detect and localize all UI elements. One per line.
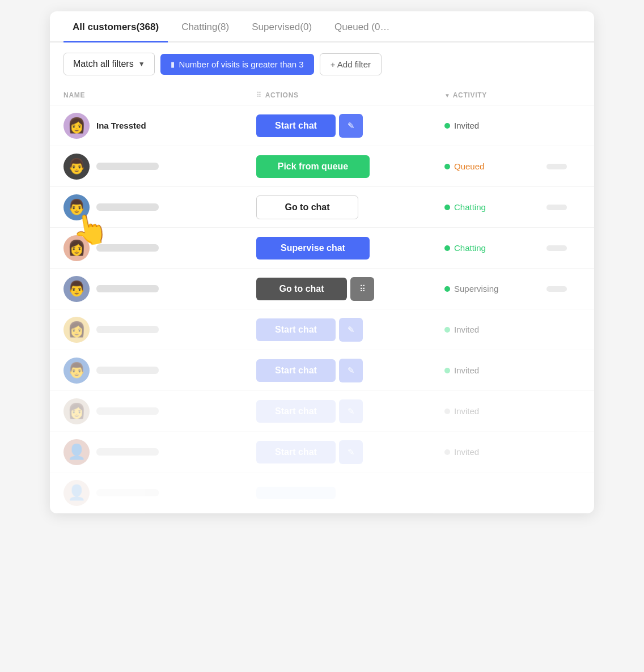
filter-chip-visits[interactable]: ▮ Number of visits is greater than 3 <box>160 54 314 75</box>
add-filter-button[interactable]: + Add filter <box>320 53 382 75</box>
extra-cell <box>546 286 575 292</box>
status-dot <box>444 205 450 210</box>
supervise-icon-button[interactable]: ⠿ <box>350 277 374 301</box>
name-placeholder <box>96 203 159 211</box>
col-header-name: NAME <box>63 91 256 99</box>
activity-cell: Invited <box>444 406 546 416</box>
start-chat-button[interactable]: Start chat <box>256 318 336 341</box>
action-cell: Start chat ✎ <box>256 318 444 342</box>
avatar: 👨 <box>63 154 90 180</box>
col-header-actions: ⠿ ACTIONS <box>256 91 444 99</box>
status-dot <box>444 123 450 129</box>
table-header: NAME ⠿ ACTIONS ▼ ACTIVITY <box>50 86 594 105</box>
go-to-chat-supervise-button[interactable]: Go to chat <box>256 278 347 300</box>
table-row: 👨 Go to chat Chatting <box>50 187 594 228</box>
edit-icon-button[interactable]: ✎ <box>339 318 363 342</box>
extra-cell <box>546 205 575 210</box>
avatar: 👤 <box>63 439 90 465</box>
tab-queued[interactable]: Queued (0… <box>325 11 399 42</box>
status-dot <box>444 409 450 414</box>
status-badge: Invited <box>454 365 479 375</box>
tab-bar: All customers(368) Chatting(8) Supervise… <box>50 11 594 42</box>
status-badge: Invited <box>454 325 479 334</box>
activity-cell: Queued <box>444 161 546 171</box>
name-placeholder <box>96 244 159 252</box>
avatar: 👩 <box>63 235 90 261</box>
table-row: 👩 Ina Tressted Start chat ✎ Invited <box>50 105 594 146</box>
action-cell: Start chat ✎ <box>256 440 444 464</box>
chevron-down-icon: ▼ <box>138 60 145 68</box>
name-placeholder <box>96 163 159 170</box>
activity-cell: Chatting <box>444 202 546 212</box>
start-chat-button[interactable]: Start chat <box>256 400 336 423</box>
avatar: 👩 <box>63 113 90 139</box>
status-badge: Supervising <box>454 284 498 294</box>
table-row: 👤 Start chat ✎ Invited <box>50 432 594 473</box>
tab-chatting[interactable]: Chatting(8) <box>172 11 238 42</box>
name-cell: 👩 <box>63 317 256 343</box>
start-chat-button[interactable]: Start chat <box>256 359 336 382</box>
pick-from-queue-button[interactable]: Pick from queue <box>256 155 370 178</box>
table-row: 👨 Pick from queue Queued <box>50 146 594 187</box>
tab-supervised[interactable]: Supervised(0) <box>243 11 321 42</box>
edit-icon-button[interactable]: ✎ <box>339 114 363 138</box>
activity-cell: Supervising <box>444 284 546 294</box>
edit-icon-button[interactable]: ✎ <box>339 440 363 464</box>
name-cell: 👩 <box>63 235 256 261</box>
match-all-filters-dropdown[interactable]: Match all filters ▼ <box>63 53 155 75</box>
name-cell: 👨 <box>63 358 256 384</box>
name-cell: 👤 <box>63 439 256 465</box>
start-chat-button[interactable]: Start chat <box>256 114 336 137</box>
action-cell: Pick from queue <box>256 155 444 178</box>
start-chat-button[interactable]: Start chat <box>256 441 336 463</box>
bar-chart-icon: ▮ <box>171 60 175 69</box>
status-badge: Invited <box>454 447 479 457</box>
tab-all-customers[interactable]: All customers(368) <box>63 11 168 42</box>
status-dot <box>444 286 450 292</box>
activity-cell: Invited <box>444 365 546 375</box>
status-badge: Invited <box>454 121 479 130</box>
name-placeholder <box>96 448 159 456</box>
table-row: 👤 <box>50 473 594 513</box>
name-cell: 👤 <box>63 480 256 506</box>
name-cell: 👨 <box>63 154 256 180</box>
go-to-chat-button[interactable]: Go to chat <box>256 195 358 219</box>
filter-bar: Match all filters ▼ ▮ Number of visits i… <box>50 42 594 86</box>
avatar: 👤 <box>63 480 90 506</box>
action-cell: Go to chat ⠿ <box>256 277 444 301</box>
table-row: 👩 Supervise chat Chatting <box>50 228 594 269</box>
name-placeholder <box>96 489 159 496</box>
status-dot <box>444 164 450 169</box>
edit-icon-button[interactable]: ✎ <box>339 359 363 382</box>
start-chat-button[interactable] <box>256 487 336 499</box>
name-cell: 👩 <box>63 398 256 424</box>
name-cell: 👨 <box>63 276 256 302</box>
edit-icon-button[interactable]: ✎ <box>339 399 363 423</box>
col-header-extra <box>546 91 581 99</box>
activity-cell: Chatting <box>444 243 546 253</box>
name-placeholder <box>96 407 159 415</box>
drag-icon: ⠿ <box>256 91 262 99</box>
status-badge: Invited <box>454 406 479 416</box>
action-cell: Supervise chat <box>256 237 444 260</box>
activity-cell: Invited <box>444 447 546 457</box>
activity-cell: Invited <box>444 325 546 334</box>
name-placeholder <box>96 285 159 292</box>
table-row: 👩 Start chat ✎ Invited <box>50 391 594 432</box>
status-badge: Queued <box>454 161 484 171</box>
status-badge: Chatting <box>454 243 486 253</box>
name-placeholder <box>96 367 159 374</box>
status-badge: Chatting <box>454 202 486 212</box>
avatar: 👨 <box>63 358 90 384</box>
col-header-activity: ▼ ACTIVITY <box>444 91 546 99</box>
extra-cell <box>546 164 575 169</box>
sort-icon: ▼ <box>444 92 451 99</box>
action-cell <box>256 487 444 499</box>
avatar: 👩 <box>63 398 90 424</box>
table-row: 👩 Start chat ✎ Invited <box>50 309 594 350</box>
supervise-chat-button[interactable]: Supervise chat <box>256 237 370 260</box>
status-dot <box>444 449 450 455</box>
action-cell: Start chat ✎ <box>256 399 444 423</box>
avatar: 👩 <box>63 317 90 343</box>
table-row: 👨 Start chat ✎ Invited <box>50 350 594 391</box>
